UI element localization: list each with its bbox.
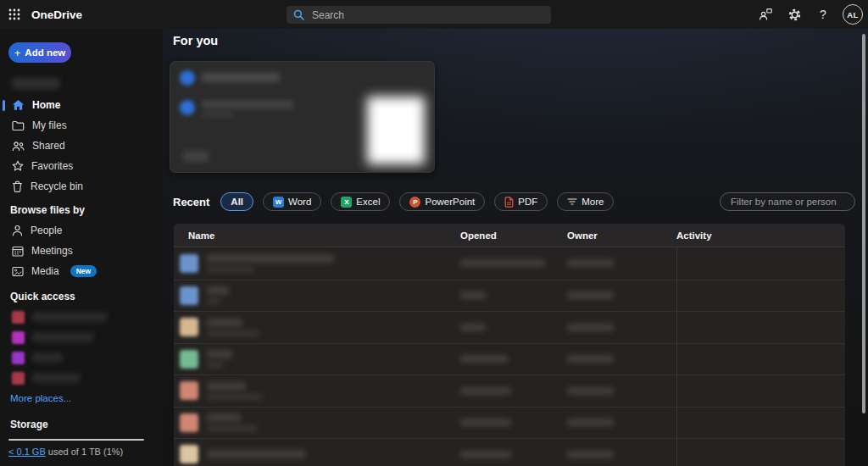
- for-you-card[interactable]: [170, 61, 435, 173]
- sidebar-item-meetings[interactable]: Meetings: [0, 241, 163, 261]
- sidebar-item-people[interactable]: People: [0, 220, 163, 241]
- redacted-section-label: [12, 78, 59, 89]
- filter-pill-excel[interactable]: X Excel: [331, 192, 390, 211]
- site-icon: [12, 352, 25, 364]
- table-row[interactable]: [174, 280, 845, 312]
- table-row[interactable]: [174, 247, 845, 280]
- quick-access-item[interactable]: [0, 368, 163, 388]
- sidebar-item-recycle-bin[interactable]: Recycle bin: [0, 176, 163, 197]
- pdf-icon: [504, 197, 514, 208]
- calendar-icon: [12, 246, 24, 257]
- more-places-link[interactable]: More places...: [10, 393, 163, 403]
- sidebar-item-my-files[interactable]: My files: [0, 115, 163, 136]
- app-title: OneDrive: [31, 8, 82, 21]
- recent-heading: Recent: [173, 196, 209, 208]
- redacted-file-name: [207, 382, 246, 391]
- file-type-icon: [180, 381, 198, 400]
- file-type-icon: [180, 286, 198, 305]
- quick-access-item[interactable]: [0, 307, 163, 327]
- column-header-owner[interactable]: Owner: [567, 230, 676, 241]
- column-header-opened[interactable]: Opened: [460, 230, 567, 241]
- person-icon: [12, 225, 23, 236]
- filter-pill-all[interactable]: All: [220, 192, 253, 211]
- table-row[interactable]: [174, 343, 845, 375]
- redacted-owner: [567, 355, 614, 363]
- table-header-row: Name Opened Owner Activity: [174, 224, 845, 247]
- redacted-doc-icon: [180, 100, 195, 115]
- document-thumbnail: [367, 97, 425, 164]
- settings-gear-icon[interactable]: [785, 5, 804, 24]
- topbar-actions: ? AL: [756, 0, 863, 29]
- redacted-file-path: [207, 266, 254, 272]
- home-icon: [12, 99, 25, 111]
- filter-pill-word[interactable]: W Word: [263, 192, 321, 211]
- redacted-owner: [567, 451, 614, 458]
- redacted-owner: [567, 387, 614, 395]
- search-box[interactable]: [287, 6, 551, 24]
- for-you-heading: For you: [173, 34, 218, 47]
- share-person-icon[interactable]: [756, 5, 775, 24]
- redacted-opened-date: [460, 324, 486, 331]
- redacted-text: [32, 313, 107, 321]
- quick-access-item[interactable]: [0, 327, 163, 347]
- redacted-file-name: [207, 254, 334, 263]
- sidebar-item-shared[interactable]: Shared: [0, 136, 163, 156]
- table-filter-input[interactable]: [720, 192, 855, 211]
- sidebar-item-media[interactable]: Media New: [0, 261, 163, 281]
- storage-header: Storage: [0, 419, 163, 430]
- activity-cell: [676, 375, 845, 407]
- redacted-text: [32, 353, 63, 362]
- activity-cell: [676, 408, 845, 439]
- redacted-file-path: [207, 330, 259, 336]
- table-row[interactable]: [174, 374, 845, 407]
- vertical-scrollbar[interactable]: [862, 34, 865, 413]
- sidebar: + Add new Home My files: [0, 29, 163, 466]
- filter-pill-powerpoint[interactable]: P PowerPoint: [399, 192, 485, 211]
- people-icon: [12, 141, 25, 152]
- quick-access-item[interactable]: [0, 347, 163, 368]
- redacted-opened-date: [460, 419, 511, 426]
- file-type-icon: [180, 350, 198, 369]
- help-icon[interactable]: ?: [814, 5, 832, 24]
- redacted-file-name: [207, 350, 232, 358]
- file-type-icon: [180, 318, 198, 336]
- redacted-card-button[interactable]: [183, 151, 209, 162]
- filter-pill-more[interactable]: More: [557, 192, 614, 211]
- star-icon: [12, 160, 24, 172]
- media-icon: [12, 266, 24, 277]
- quick-access-header: Quick access: [0, 291, 163, 302]
- sidebar-nav: Home My files Shared: [0, 95, 163, 197]
- recent-table-body: [174, 247, 845, 466]
- redacted-file-name: [207, 450, 305, 458]
- redacted-opened-date: [460, 451, 511, 458]
- top-bar: OneDrive ? AL: [0, 0, 868, 29]
- activity-cell: [676, 344, 845, 375]
- filter-pill-pdf[interactable]: PDF: [494, 192, 548, 211]
- table-row[interactable]: [174, 438, 845, 466]
- search-icon: [293, 9, 304, 20]
- add-new-button[interactable]: + Add new: [8, 42, 71, 63]
- file-type-icon: [180, 445, 198, 463]
- word-icon: W: [273, 197, 284, 208]
- column-header-name[interactable]: Name: [174, 230, 460, 241]
- filter-icon: [567, 197, 577, 206]
- redacted-opened-date: [460, 355, 508, 363]
- redacted-doc-icon: [180, 70, 195, 86]
- search-input[interactable]: [310, 8, 531, 22]
- account-avatar[interactable]: AL: [843, 4, 863, 25]
- browse-list: People Meetings: [0, 220, 163, 281]
- recent-filter-row: Recent All W Word X Excel P PowerPoint: [173, 192, 858, 211]
- app-launcher-icon[interactable]: [0, 0, 29, 29]
- table-row[interactable]: [174, 407, 845, 439]
- redacted-file-path: [207, 362, 224, 368]
- browse-files-by-header: Browse files by: [0, 205, 163, 215]
- redacted-text: [32, 333, 93, 341]
- sidebar-item-favorites[interactable]: Favorites: [0, 156, 163, 176]
- redacted-title: [202, 73, 280, 82]
- storage-used-link[interactable]: < 0.1 GB: [8, 447, 46, 457]
- storage-usage: < 0.1 GB used of 1 TB (1%): [8, 447, 163, 457]
- redacted-owner: [567, 291, 614, 299]
- column-header-activity[interactable]: Activity: [676, 230, 845, 241]
- sidebar-item-home[interactable]: Home: [0, 95, 163, 115]
- table-row[interactable]: [174, 311, 845, 343]
